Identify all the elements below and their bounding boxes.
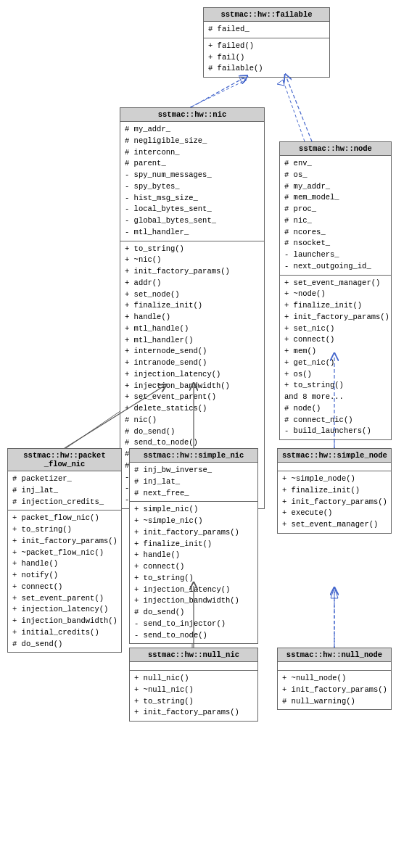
simple-nic-methods: + simple_nic() + ~simple_nic() + init_fa…: [130, 502, 257, 643]
packet-flow-nic-title: sstmac::hw::packet_flow_nic: [8, 449, 121, 471]
svg-marker-1: [239, 77, 247, 84]
failable-methods: + failed() + fail() # failable(): [204, 38, 329, 77]
packet-flow-nic-methods: + packet_flow_nic() + to_string() + init…: [8, 511, 121, 652]
packet-flow-nic-box: sstmac::hw::packet_flow_nic # packetizer…: [7, 448, 122, 653]
uml-diagram: sstmac::hw::failable # failed_ + failed(…: [0, 0, 396, 868]
simple-nic-title: sstmac::hw::simple_nic: [130, 449, 257, 463]
node-methods: + set_event_manager() + ~node() + finali…: [280, 276, 391, 440]
null-nic-title: sstmac::hw::null_nic: [130, 648, 257, 662]
failable-fields: # failed_: [204, 22, 329, 38]
null-nic-empty: [130, 662, 257, 671]
null-nic-methods: + null_nic() + ~null_nic() + to_string()…: [130, 671, 257, 721]
node-box: sstmac::hw::node # env_ # os_ # my_addr_…: [279, 141, 392, 440]
simple-node-methods: + ~simple_node() + finalize_init() + ini…: [278, 471, 391, 533]
null-node-box: sstmac::hw::null_node + ~null_node() + i…: [277, 648, 392, 710]
svg-marker-3: [277, 80, 284, 86]
simple-nic-box: sstmac::hw::simple_nic # inj_bw_inverse_…: [129, 448, 258, 644]
null-node-methods: + ~null_node() + init_factory_params() #…: [278, 671, 391, 709]
svg-line-0: [190, 80, 247, 107]
node-title: sstmac::hw::node: [280, 142, 391, 156]
svg-line-14: [191, 78, 244, 107]
null-nic-box: sstmac::hw::null_nic + null_nic() + ~nul…: [129, 648, 258, 722]
null-node-empty: [278, 662, 391, 671]
nic-title: sstmac::hw::nic: [120, 108, 264, 122]
simple-node-empty: [278, 463, 391, 471]
svg-line-2: [283, 80, 305, 141]
packet-flow-nic-fields: # packetizer_ # inj_lat_ # injection_cre…: [8, 471, 121, 511]
null-node-title: sstmac::hw::null_node: [278, 648, 391, 662]
node-fields: # env_ # os_ # my_addr_ # mem_model_ # p…: [280, 156, 391, 276]
nic-fields: # my_addr_ # negligible_size_ # intercon…: [120, 122, 264, 241]
failable-box: sstmac::hw::failable # failed_ + failed(…: [203, 7, 330, 78]
simple-node-box: sstmac::hw::simple_node + ~simple_node()…: [277, 448, 392, 534]
simple-nic-fields: # inj_bw_inverse_ # inj_lat_ # next_free…: [130, 463, 257, 502]
simple-node-title: sstmac::hw::simple_node: [278, 449, 391, 463]
svg-marker-13: [331, 587, 338, 598]
failable-title: sstmac::hw::failable: [204, 8, 329, 22]
svg-line-15: [286, 78, 312, 141]
